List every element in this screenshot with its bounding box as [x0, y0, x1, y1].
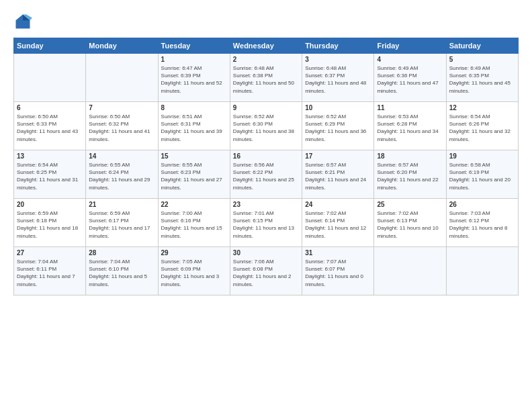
day-number: 15 [161, 152, 227, 160]
day-info: Sunrise: 6:49 AM Sunset: 6:36 PM Dayligh… [377, 64, 443, 95]
header-cell-friday: Friday [374, 38, 446, 54]
day-info: Sunrise: 6:55 AM Sunset: 6:24 PM Dayligh… [89, 161, 154, 191]
day-number: 25 [377, 201, 443, 208]
day-number: 8 [161, 104, 227, 111]
day-cell: 14Sunrise: 6:55 AM Sunset: 6:24 PM Dayli… [86, 150, 158, 199]
day-cell: 9Sunrise: 6:52 AM Sunset: 6:30 PM Daylig… [230, 102, 302, 150]
day-number: 17 [305, 152, 371, 160]
day-info: Sunrise: 6:52 AM Sunset: 6:30 PM Dayligh… [233, 113, 299, 143]
day-cell: 11Sunrise: 6:53 AM Sunset: 6:28 PM Dayli… [374, 102, 446, 150]
day-number: 21 [89, 201, 154, 208]
day-info: Sunrise: 6:52 AM Sunset: 6:29 PM Dayligh… [305, 113, 371, 143]
day-cell: 2Sunrise: 6:48 AM Sunset: 6:38 PM Daylig… [230, 54, 302, 102]
day-number: 5 [449, 56, 515, 63]
day-info: Sunrise: 6:56 AM Sunset: 6:22 PM Dayligh… [233, 161, 299, 191]
day-info: Sunrise: 7:02 AM Sunset: 6:14 PM Dayligh… [305, 210, 371, 240]
day-info: Sunrise: 6:57 AM Sunset: 6:21 PM Dayligh… [305, 161, 371, 191]
day-info: Sunrise: 7:01 AM Sunset: 6:15 PM Dayligh… [233, 210, 299, 240]
day-number: 14 [89, 152, 154, 160]
day-number: 31 [305, 249, 371, 257]
day-info: Sunrise: 6:50 AM Sunset: 6:32 PM Dayligh… [89, 113, 154, 143]
day-cell [14, 54, 86, 102]
page: SundayMondayTuesdayWednesdayThursdayFrid… [0, 0, 532, 411]
day-cell: 26Sunrise: 7:03 AM Sunset: 6:12 PM Dayli… [446, 199, 518, 247]
day-info: Sunrise: 6:50 AM Sunset: 6:33 PM Dayligh… [17, 113, 83, 143]
day-cell: 31Sunrise: 7:07 AM Sunset: 6:07 PM Dayli… [302, 247, 374, 295]
day-number: 20 [17, 201, 83, 208]
day-number: 2 [233, 56, 299, 63]
day-info: Sunrise: 6:53 AM Sunset: 6:28 PM Dayligh… [377, 113, 443, 143]
header-cell-saturday: Saturday [446, 38, 518, 54]
day-info: Sunrise: 7:04 AM Sunset: 6:10 PM Dayligh… [89, 258, 154, 288]
day-cell [374, 247, 446, 295]
day-number: 26 [449, 201, 515, 208]
day-cell [86, 54, 158, 102]
day-number: 11 [377, 104, 443, 111]
day-cell: 15Sunrise: 6:55 AM Sunset: 6:23 PM Dayli… [158, 150, 230, 199]
day-cell: 5Sunrise: 6:49 AM Sunset: 6:35 PM Daylig… [446, 54, 518, 102]
day-info: Sunrise: 6:54 AM Sunset: 6:26 PM Dayligh… [449, 113, 515, 143]
day-info: Sunrise: 6:48 AM Sunset: 6:37 PM Dayligh… [305, 64, 371, 95]
day-cell: 13Sunrise: 6:54 AM Sunset: 6:25 PM Dayli… [14, 150, 86, 199]
week-row-4: 20Sunrise: 6:59 AM Sunset: 6:18 PM Dayli… [14, 199, 519, 247]
day-info: Sunrise: 7:07 AM Sunset: 6:07 PM Dayligh… [305, 258, 371, 288]
day-cell: 25Sunrise: 7:02 AM Sunset: 6:13 PM Dayli… [374, 199, 446, 247]
day-info: Sunrise: 7:00 AM Sunset: 6:16 PM Dayligh… [161, 210, 227, 240]
day-cell: 7Sunrise: 6:50 AM Sunset: 6:32 PM Daylig… [86, 102, 158, 150]
day-cell: 3Sunrise: 6:48 AM Sunset: 6:37 PM Daylig… [302, 54, 374, 102]
day-cell: 12Sunrise: 6:54 AM Sunset: 6:26 PM Dayli… [446, 102, 518, 150]
day-cell: 4Sunrise: 6:49 AM Sunset: 6:36 PM Daylig… [374, 54, 446, 102]
day-number: 18 [377, 152, 443, 160]
day-number: 30 [233, 249, 299, 257]
week-row-5: 27Sunrise: 7:04 AM Sunset: 6:11 PM Dayli… [14, 247, 519, 295]
day-info: Sunrise: 6:51 AM Sunset: 6:31 PM Dayligh… [161, 113, 227, 143]
day-info: Sunrise: 6:47 AM Sunset: 6:39 PM Dayligh… [161, 64, 227, 95]
header-cell-thursday: Thursday [302, 38, 374, 54]
day-cell: 28Sunrise: 7:04 AM Sunset: 6:10 PM Dayli… [86, 247, 158, 295]
day-number: 27 [17, 249, 83, 257]
day-info: Sunrise: 7:02 AM Sunset: 6:13 PM Dayligh… [377, 210, 443, 240]
day-number: 13 [17, 152, 83, 160]
day-info: Sunrise: 6:58 AM Sunset: 6:19 PM Dayligh… [449, 161, 515, 191]
day-number: 23 [233, 201, 299, 208]
day-number: 7 [89, 104, 154, 111]
day-cell: 1Sunrise: 6:47 AM Sunset: 6:39 PM Daylig… [158, 54, 230, 102]
calendar-table: SundayMondayTuesdayWednesdayThursdayFrid… [13, 38, 519, 295]
day-number: 9 [233, 104, 299, 111]
day-cell: 16Sunrise: 6:56 AM Sunset: 6:22 PM Dayli… [230, 150, 302, 199]
day-cell: 19Sunrise: 6:58 AM Sunset: 6:19 PM Dayli… [446, 150, 518, 199]
day-cell: 24Sunrise: 7:02 AM Sunset: 6:14 PM Dayli… [302, 199, 374, 247]
day-number: 6 [17, 104, 83, 111]
day-number: 24 [305, 201, 371, 208]
day-info: Sunrise: 6:55 AM Sunset: 6:23 PM Dayligh… [161, 161, 227, 191]
calendar-body: 1Sunrise: 6:47 AM Sunset: 6:39 PM Daylig… [14, 54, 519, 295]
logo [13, 12, 35, 31]
day-number: 28 [89, 249, 154, 257]
day-number: 22 [161, 201, 227, 208]
day-cell: 6Sunrise: 6:50 AM Sunset: 6:33 PM Daylig… [14, 102, 86, 150]
day-cell: 23Sunrise: 7:01 AM Sunset: 6:15 PM Dayli… [230, 199, 302, 247]
header-cell-monday: Monday [86, 38, 158, 54]
day-cell: 21Sunrise: 6:59 AM Sunset: 6:17 PM Dayli… [86, 199, 158, 247]
day-cell: 20Sunrise: 6:59 AM Sunset: 6:18 PM Dayli… [14, 199, 86, 247]
day-cell: 29Sunrise: 7:05 AM Sunset: 6:09 PM Dayli… [158, 247, 230, 295]
week-row-2: 6Sunrise: 6:50 AM Sunset: 6:33 PM Daylig… [14, 102, 519, 150]
day-info: Sunrise: 6:57 AM Sunset: 6:20 PM Dayligh… [377, 161, 443, 191]
day-cell [446, 247, 518, 295]
day-info: Sunrise: 7:05 AM Sunset: 6:09 PM Dayligh… [161, 258, 227, 288]
day-info: Sunrise: 6:54 AM Sunset: 6:25 PM Dayligh… [17, 161, 83, 191]
day-info: Sunrise: 6:49 AM Sunset: 6:35 PM Dayligh… [449, 64, 515, 95]
week-row-3: 13Sunrise: 6:54 AM Sunset: 6:25 PM Dayli… [14, 150, 519, 199]
day-number: 10 [305, 104, 371, 111]
day-info: Sunrise: 7:04 AM Sunset: 6:11 PM Dayligh… [17, 258, 83, 288]
calendar-header: SundayMondayTuesdayWednesdayThursdayFrid… [14, 38, 519, 54]
day-number: 29 [161, 249, 227, 257]
day-number: 19 [449, 152, 515, 160]
day-info: Sunrise: 6:59 AM Sunset: 6:18 PM Dayligh… [17, 210, 83, 240]
day-info: Sunrise: 7:06 AM Sunset: 6:08 PM Dayligh… [233, 258, 299, 288]
day-cell: 17Sunrise: 6:57 AM Sunset: 6:21 PM Dayli… [302, 150, 374, 199]
header-cell-sunday: Sunday [14, 38, 86, 54]
day-cell: 22Sunrise: 7:00 AM Sunset: 6:16 PM Dayli… [158, 199, 230, 247]
day-info: Sunrise: 6:59 AM Sunset: 6:17 PM Dayligh… [89, 210, 154, 240]
day-info: Sunrise: 6:48 AM Sunset: 6:38 PM Dayligh… [233, 64, 299, 95]
